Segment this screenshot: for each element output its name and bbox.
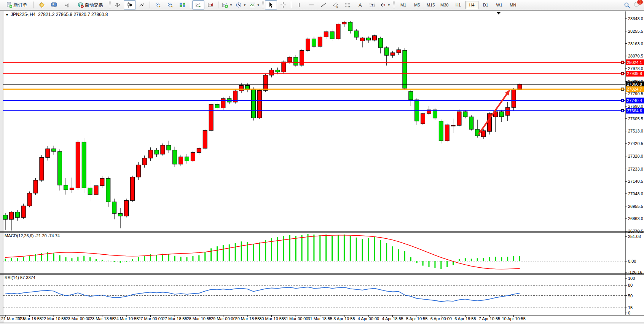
new-order-button[interactable]: 新订单 bbox=[2, 0, 32, 10]
timeframe-d1[interactable]: D1 bbox=[479, 1, 492, 9]
signal-button[interactable] bbox=[60, 0, 72, 10]
svg-text:F: F bbox=[349, 5, 350, 8]
candlestick-chart-icon bbox=[127, 2, 133, 8]
zoom-in-icon bbox=[155, 2, 161, 8]
price-line-badge: 27740.4 bbox=[627, 98, 642, 103]
horizontal-line-icon bbox=[308, 2, 314, 8]
metaeditor-button[interactable] bbox=[48, 0, 60, 10]
arrows-tool[interactable]: ▼ bbox=[378, 0, 392, 10]
cursor-icon bbox=[268, 2, 274, 8]
price-line-badge: 28024.1 bbox=[627, 60, 642, 65]
svg-text:28163.0: 28163.0 bbox=[628, 41, 643, 46]
toolbar-grip bbox=[262, 1, 264, 9]
svg-text:5 Apr 10:55: 5 Apr 10:55 bbox=[406, 316, 427, 321]
channel-icon: E bbox=[333, 2, 339, 8]
svg-text:0: 0 bbox=[628, 311, 630, 315]
macd-indicator-label: MACD(12,26,9) -21.20 -74.74 bbox=[5, 233, 60, 238]
svg-text:251.03: 251.03 bbox=[628, 234, 641, 239]
timeframe-mn[interactable]: MN bbox=[507, 1, 520, 9]
svg-text:7 Apr 10:55: 7 Apr 10:55 bbox=[479, 316, 500, 321]
text-tool[interactable]: A bbox=[354, 0, 366, 10]
svg-text:21 Mar 18:55: 21 Mar 18:55 bbox=[17, 316, 42, 321]
auto-scroll-button[interactable] bbox=[192, 0, 204, 10]
timeframe-h4[interactable]: H4 bbox=[465, 1, 478, 9]
timeframe-m1[interactable]: M1 bbox=[397, 1, 410, 9]
timeframe-w1[interactable]: W1 bbox=[493, 1, 506, 9]
indicators-button[interactable]: ▼ bbox=[220, 0, 234, 10]
timeframe-m5[interactable]: M5 bbox=[411, 1, 424, 9]
gold-diamond-icon bbox=[39, 2, 45, 8]
toolbar-grip bbox=[393, 1, 395, 9]
market-watch-button[interactable] bbox=[36, 0, 48, 10]
bar-chart-button[interactable] bbox=[112, 0, 124, 10]
periods-button[interactable]: ▼ bbox=[234, 0, 248, 10]
vertical-line-tool[interactable] bbox=[293, 0, 305, 10]
symbol-dropdown-icon[interactable]: ▼ bbox=[5, 13, 9, 17]
fibonacci-icon: F bbox=[345, 2, 351, 8]
svg-text:27605.5: 27605.5 bbox=[628, 117, 643, 121]
separator bbox=[291, 2, 292, 8]
crosshair-button[interactable] bbox=[277, 0, 289, 10]
price-line-badge: 27939.8 bbox=[627, 71, 642, 76]
zoom-out-icon bbox=[167, 2, 173, 8]
cursor-button[interactable] bbox=[265, 0, 277, 10]
search-icon[interactable] bbox=[624, 2, 630, 8]
metaeditor-icon bbox=[51, 2, 57, 8]
separator bbox=[190, 2, 191, 8]
label-tool-icon: T bbox=[369, 2, 375, 8]
svg-text:23 Mar 18:55: 23 Mar 18:55 bbox=[90, 316, 115, 321]
svg-text:27233.0: 27233.0 bbox=[628, 167, 643, 171]
chart-shift-button[interactable] bbox=[204, 0, 217, 10]
clock-icon bbox=[236, 2, 242, 8]
candlestick-chart-button[interactable] bbox=[124, 0, 136, 10]
svg-text:T: T bbox=[371, 3, 373, 7]
auto-trading-button[interactable]: 自动交易 bbox=[72, 0, 108, 10]
zoom-out-button[interactable] bbox=[164, 0, 176, 10]
symbol-period-label: JPN225-,H4 bbox=[11, 12, 35, 17]
separator bbox=[33, 2, 34, 8]
new-order-icon bbox=[6, 2, 13, 8]
price-line-badge: 27664.6 bbox=[627, 109, 642, 113]
svg-text:3 Apr 10:55: 3 Apr 10:55 bbox=[333, 316, 355, 321]
svg-text:27140.5: 27140.5 bbox=[628, 179, 643, 184]
separator bbox=[218, 2, 219, 8]
svg-text:27420.5: 27420.5 bbox=[628, 141, 643, 146]
arrows-tool-icon bbox=[380, 2, 386, 8]
bar-chart-icon bbox=[115, 2, 121, 8]
chart-title: ▼JPN225-,H4 27821.2 27865.9 27820.7 2786… bbox=[5, 12, 108, 17]
tile-windows-button[interactable] bbox=[176, 0, 188, 10]
svg-text:15: 15 bbox=[628, 305, 633, 310]
svg-text:28 Mar 10:55: 28 Mar 10:55 bbox=[187, 316, 211, 321]
svg-text:26863.0: 26863.0 bbox=[628, 216, 643, 221]
label-tool[interactable]: T bbox=[366, 0, 378, 10]
auto-scroll-icon bbox=[195, 2, 201, 8]
svg-text:31 Mar 18:55: 31 Mar 18:55 bbox=[308, 316, 332, 321]
fibonacci-tool[interactable]: F bbox=[342, 0, 354, 10]
svg-text:26770.5: 26770.5 bbox=[628, 229, 643, 233]
svg-text:22 Mar 10:55: 22 Mar 10:55 bbox=[41, 316, 66, 321]
notifications-button[interactable]: 1 bbox=[633, 1, 640, 9]
svg-text:E: E bbox=[336, 5, 338, 8]
svg-text:0.00: 0.00 bbox=[628, 259, 636, 263]
toolbar-grip bbox=[109, 1, 111, 9]
timeframe-m15[interactable]: M15 bbox=[424, 1, 437, 9]
toolbar-right: 1 bbox=[624, 1, 644, 9]
svg-text:28255.5: 28255.5 bbox=[628, 29, 643, 34]
svg-text:28348.0: 28348.0 bbox=[628, 16, 643, 21]
horizontal-line-tool[interactable] bbox=[305, 0, 317, 10]
notification-badge: 1 bbox=[637, 0, 643, 5]
timeframe-m30[interactable]: M30 bbox=[438, 1, 451, 9]
svg-text:30 Mar 10:55: 30 Mar 10:55 bbox=[259, 316, 284, 321]
chart-canvas[interactable]: 28024.127939.827860.827824.727740.427664… bbox=[0, 10, 644, 324]
templates-button[interactable]: ▼ bbox=[248, 0, 261, 10]
zoom-in-button[interactable] bbox=[152, 0, 164, 10]
trendline-tool[interactable] bbox=[317, 0, 330, 10]
line-chart-button[interactable] bbox=[136, 0, 148, 10]
channel-tool[interactable]: E bbox=[330, 0, 342, 10]
template-icon bbox=[249, 2, 255, 8]
vertical-line-icon bbox=[296, 2, 302, 8]
svg-text:27698.0: 27698.0 bbox=[628, 104, 643, 109]
svg-text:26955.5: 26955.5 bbox=[628, 204, 643, 209]
line-chart-icon bbox=[139, 2, 145, 8]
timeframe-h1[interactable]: H1 bbox=[452, 1, 465, 9]
